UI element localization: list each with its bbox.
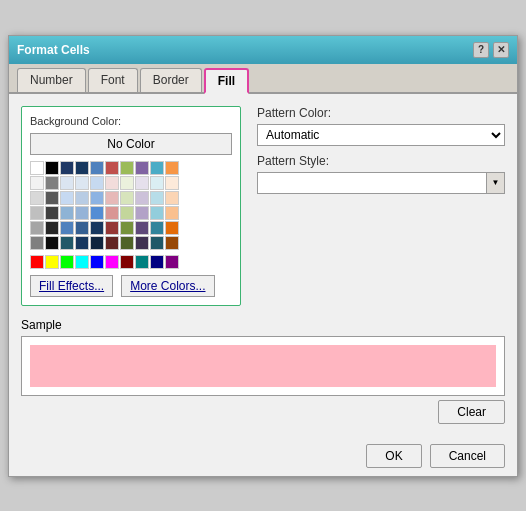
color-cell[interactable] bbox=[165, 191, 179, 205]
color-cell[interactable] bbox=[75, 255, 89, 269]
color-cell[interactable] bbox=[90, 236, 104, 250]
color-row-3 bbox=[30, 191, 232, 205]
color-cell[interactable] bbox=[135, 161, 149, 175]
tab-number[interactable]: Number bbox=[17, 68, 86, 92]
color-row-7 bbox=[30, 255, 232, 269]
color-cell[interactable] bbox=[75, 221, 89, 235]
color-cell[interactable] bbox=[60, 236, 74, 250]
color-cell[interactable] bbox=[90, 255, 104, 269]
pattern-color-dropdown[interactable]: Automatic bbox=[257, 124, 505, 146]
color-cell[interactable] bbox=[60, 255, 74, 269]
background-color-group: Background Color: No Color bbox=[21, 106, 241, 306]
color-cell[interactable] bbox=[150, 255, 164, 269]
color-cell[interactable] bbox=[60, 176, 74, 190]
color-cell[interactable] bbox=[120, 236, 134, 250]
color-cell[interactable] bbox=[135, 191, 149, 205]
color-cell[interactable] bbox=[90, 221, 104, 235]
color-cell[interactable] bbox=[165, 176, 179, 190]
color-cell[interactable] bbox=[30, 191, 44, 205]
color-cell[interactable] bbox=[45, 221, 59, 235]
color-cell[interactable] bbox=[150, 236, 164, 250]
color-cell[interactable] bbox=[75, 236, 89, 250]
color-cell[interactable] bbox=[90, 191, 104, 205]
dialog-title: Format Cells bbox=[17, 43, 90, 57]
tab-font[interactable]: Font bbox=[88, 68, 138, 92]
color-cell[interactable] bbox=[120, 255, 134, 269]
color-cell[interactable] bbox=[135, 236, 149, 250]
cancel-button[interactable]: Cancel bbox=[430, 444, 505, 468]
title-bar: Format Cells ? ✕ bbox=[9, 36, 517, 64]
clear-button[interactable]: Clear bbox=[438, 400, 505, 424]
color-cell[interactable] bbox=[30, 255, 44, 269]
color-cell[interactable] bbox=[30, 161, 44, 175]
more-colors-button[interactable]: More Colors... bbox=[121, 275, 214, 297]
color-cell[interactable] bbox=[135, 176, 149, 190]
color-cell[interactable] bbox=[165, 236, 179, 250]
color-cell[interactable] bbox=[105, 221, 119, 235]
bottom-buttons: Fill Effects... More Colors... bbox=[30, 275, 232, 297]
color-cell[interactable] bbox=[135, 255, 149, 269]
color-cell[interactable] bbox=[45, 236, 59, 250]
color-cell[interactable] bbox=[75, 161, 89, 175]
color-cell[interactable] bbox=[105, 255, 119, 269]
color-cell[interactable] bbox=[45, 191, 59, 205]
color-cell[interactable] bbox=[150, 191, 164, 205]
color-cell[interactable] bbox=[90, 176, 104, 190]
fill-effects-button[interactable]: Fill Effects... bbox=[30, 275, 113, 297]
clear-btn-row: Clear bbox=[21, 400, 505, 424]
color-cell[interactable] bbox=[165, 206, 179, 220]
tab-fill[interactable]: Fill bbox=[204, 68, 249, 94]
color-cell[interactable] bbox=[120, 176, 134, 190]
color-cell[interactable] bbox=[75, 176, 89, 190]
color-cell[interactable] bbox=[165, 221, 179, 235]
group-label: Background Color: bbox=[30, 115, 232, 127]
color-row-4 bbox=[30, 206, 232, 220]
color-row-5 bbox=[30, 221, 232, 235]
close-button[interactable]: ✕ bbox=[493, 42, 509, 58]
color-cell[interactable] bbox=[60, 221, 74, 235]
color-cell[interactable] bbox=[60, 161, 74, 175]
color-cell[interactable] bbox=[120, 161, 134, 175]
color-cell[interactable] bbox=[105, 176, 119, 190]
no-color-button[interactable]: No Color bbox=[30, 133, 232, 155]
color-cell[interactable] bbox=[105, 191, 119, 205]
color-cell[interactable] bbox=[135, 206, 149, 220]
color-cell[interactable] bbox=[45, 206, 59, 220]
color-cell[interactable] bbox=[120, 191, 134, 205]
color-cell[interactable] bbox=[105, 236, 119, 250]
dialog-footer: OK Cancel bbox=[9, 436, 517, 476]
color-cell[interactable] bbox=[75, 206, 89, 220]
color-cell[interactable] bbox=[30, 176, 44, 190]
color-cell[interactable] bbox=[150, 206, 164, 220]
pattern-color-wrapper: Automatic bbox=[257, 124, 505, 146]
color-cell[interactable] bbox=[165, 161, 179, 175]
color-cell[interactable] bbox=[105, 161, 119, 175]
color-cell[interactable] bbox=[45, 161, 59, 175]
color-cell[interactable] bbox=[60, 191, 74, 205]
color-cell[interactable] bbox=[75, 191, 89, 205]
color-cell[interactable] bbox=[120, 221, 134, 235]
color-cell[interactable] bbox=[45, 255, 59, 269]
color-cell[interactable] bbox=[45, 176, 59, 190]
color-cell[interactable] bbox=[60, 206, 74, 220]
color-cell[interactable] bbox=[30, 206, 44, 220]
color-cell[interactable] bbox=[30, 236, 44, 250]
sample-box bbox=[21, 336, 505, 396]
color-cell[interactable] bbox=[165, 255, 179, 269]
color-cell[interactable] bbox=[90, 161, 104, 175]
color-cell[interactable] bbox=[150, 176, 164, 190]
format-cells-dialog: Format Cells ? ✕ Number Font Border Fill… bbox=[8, 35, 518, 477]
pattern-style-arrow[interactable]: ▼ bbox=[487, 172, 505, 194]
color-cell[interactable] bbox=[150, 221, 164, 235]
ok-button[interactable]: OK bbox=[366, 444, 421, 468]
color-cell[interactable] bbox=[135, 221, 149, 235]
color-grid bbox=[30, 161, 232, 269]
color-cell[interactable] bbox=[105, 206, 119, 220]
color-cell[interactable] bbox=[30, 221, 44, 235]
help-button[interactable]: ? bbox=[473, 42, 489, 58]
color-cell[interactable] bbox=[120, 206, 134, 220]
color-cell[interactable] bbox=[150, 161, 164, 175]
tab-border[interactable]: Border bbox=[140, 68, 202, 92]
color-row-2 bbox=[30, 176, 232, 190]
color-cell[interactable] bbox=[90, 206, 104, 220]
